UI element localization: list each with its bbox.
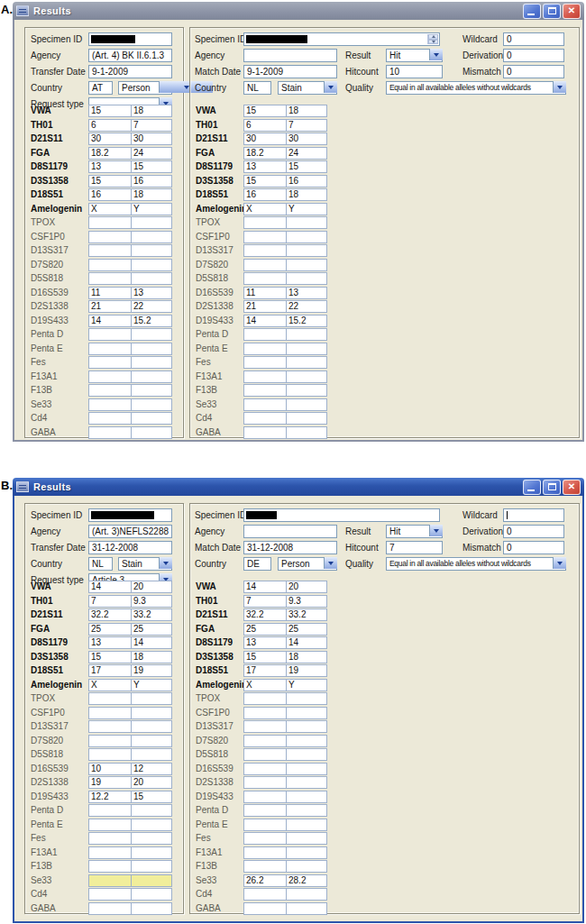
allele-cell[interactable] xyxy=(88,371,132,383)
allele-cell[interactable]: 18.2 xyxy=(243,147,287,160)
allele-cell[interactable]: 33.2 xyxy=(131,608,172,621)
allele-cell[interactable] xyxy=(131,692,172,705)
allele-cell[interactable]: 30 xyxy=(88,133,132,145)
dropdown-button[interactable] xyxy=(324,557,337,569)
mismatch-field[interactable]: 0 xyxy=(503,541,564,554)
allele-cell[interactable] xyxy=(243,216,287,229)
allele-cell[interactable] xyxy=(243,776,287,789)
allele-cell[interactable]: 15.2 xyxy=(286,315,327,327)
allele-cell[interactable]: 19 xyxy=(88,776,132,789)
allele-cell[interactable]: 22 xyxy=(131,300,172,313)
allele-cell[interactable]: 19 xyxy=(131,664,172,677)
allele-cell[interactable] xyxy=(243,692,287,705)
allele-cell[interactable]: 15 xyxy=(88,651,132,663)
allele-cell[interactable]: 15 xyxy=(286,160,327,173)
minimize-button[interactable] xyxy=(523,480,541,495)
match-date-field[interactable]: 9-1-2009 xyxy=(243,65,337,78)
allele-cell[interactable] xyxy=(88,707,132,719)
dropdown-button[interactable] xyxy=(324,81,337,93)
allele-cell[interactable]: 11 xyxy=(88,287,132,299)
allele-cell[interactable] xyxy=(88,804,132,817)
allele-cell[interactable] xyxy=(131,328,172,341)
allele-cell[interactable] xyxy=(131,216,172,229)
allele-cell[interactable]: 32.2 xyxy=(88,608,132,621)
allele-cell[interactable]: 22 xyxy=(286,300,327,313)
allele-cell[interactable] xyxy=(88,720,132,733)
allele-cell[interactable] xyxy=(88,343,132,355)
allele-cell[interactable] xyxy=(286,791,327,803)
allele-cell[interactable] xyxy=(88,259,132,271)
allele-cell[interactable]: 14 xyxy=(88,315,132,327)
allele-cell[interactable] xyxy=(286,832,327,845)
allele-cell[interactable] xyxy=(243,720,287,733)
titlebar[interactable]: Results ✕ xyxy=(13,2,584,20)
allele-cell[interactable]: 21 xyxy=(88,300,132,313)
allele-cell[interactable] xyxy=(286,804,327,817)
allele-cell[interactable] xyxy=(131,412,172,425)
hitcount-field[interactable]: 10 xyxy=(386,65,443,78)
allele-cell[interactable] xyxy=(88,328,132,341)
allele-cell[interactable]: 18 xyxy=(286,188,327,201)
wildcard-field[interactable] xyxy=(503,508,564,522)
allele-cell[interactable] xyxy=(243,888,287,901)
allele-cell[interactable] xyxy=(286,707,327,719)
allele-cell[interactable]: Y xyxy=(286,203,327,215)
allele-cell[interactable] xyxy=(243,791,287,803)
dropdown-button[interactable] xyxy=(553,81,566,93)
allele-cell[interactable]: 10 xyxy=(88,763,132,775)
wildcard-field[interactable]: 0 xyxy=(503,32,564,46)
allele-cell[interactable] xyxy=(88,860,132,873)
country-code-field[interactable]: AT xyxy=(88,81,113,95)
allele-cell[interactable]: 7 xyxy=(131,119,172,132)
allele-cell[interactable] xyxy=(131,272,172,285)
allele-cell[interactable] xyxy=(88,874,132,887)
allele-cell[interactable] xyxy=(88,272,132,285)
allele-cell[interactable] xyxy=(243,272,287,285)
allele-cell[interactable] xyxy=(243,902,287,915)
allele-cell[interactable] xyxy=(131,735,172,747)
allele-cell[interactable] xyxy=(88,384,132,397)
allele-cell[interactable] xyxy=(88,398,132,411)
dropdown-button[interactable] xyxy=(429,49,443,60)
allele-cell[interactable] xyxy=(286,231,327,243)
allele-cell[interactable] xyxy=(286,763,327,775)
allele-cell[interactable]: 16 xyxy=(88,188,132,201)
allele-cell[interactable]: 9.3 xyxy=(286,595,327,608)
allele-cell[interactable] xyxy=(88,888,132,901)
allele-cell[interactable] xyxy=(286,776,327,789)
dropdown-button[interactable] xyxy=(429,525,443,536)
allele-cell[interactable]: 13 xyxy=(286,287,327,299)
allele-cell[interactable]: 15 xyxy=(243,651,287,663)
allele-cell[interactable] xyxy=(286,244,327,257)
allele-cell[interactable]: 28.2 xyxy=(286,874,327,887)
allele-cell[interactable] xyxy=(88,216,132,229)
allele-cell[interactable] xyxy=(243,832,287,845)
allele-cell[interactable]: 13 xyxy=(243,160,287,173)
allele-cell[interactable] xyxy=(286,259,327,271)
allele-cell[interactable] xyxy=(88,356,132,369)
allele-cell[interactable]: 16 xyxy=(286,175,327,188)
allele-cell[interactable]: 14 xyxy=(243,581,287,593)
transfer-date-field[interactable]: 31-12-2008 xyxy=(88,541,172,554)
allele-cell[interactable] xyxy=(243,398,287,411)
allele-cell[interactable] xyxy=(131,720,172,733)
allele-cell[interactable]: 14 xyxy=(131,636,172,649)
allele-cell[interactable]: 30 xyxy=(243,133,287,145)
match-date-field[interactable]: 31-12-2008 xyxy=(243,541,337,554)
allele-cell[interactable]: 25 xyxy=(131,623,172,636)
allele-cell[interactable]: 11 xyxy=(243,287,287,299)
allele-cell[interactable]: 15 xyxy=(88,175,132,188)
allele-cell[interactable] xyxy=(243,707,287,719)
allele-cell[interactable] xyxy=(131,888,172,901)
allele-cell[interactable] xyxy=(131,426,172,439)
allele-cell[interactable]: 13 xyxy=(131,287,172,299)
allele-cell[interactable]: 15 xyxy=(243,175,287,188)
allele-cell[interactable] xyxy=(286,735,327,747)
allele-cell[interactable] xyxy=(131,398,172,411)
allele-cell[interactable] xyxy=(286,888,327,901)
allele-cell[interactable] xyxy=(286,412,327,425)
allele-cell[interactable] xyxy=(243,860,287,873)
allele-cell[interactable]: X xyxy=(88,203,132,215)
allele-cell[interactable] xyxy=(286,748,327,761)
allele-cell[interactable]: 12 xyxy=(131,763,172,775)
